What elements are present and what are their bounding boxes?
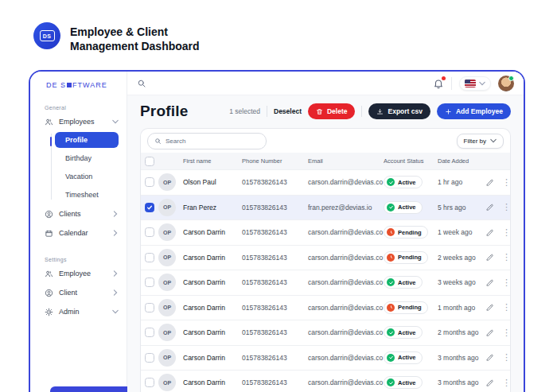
row-checkbox[interactable] [145, 278, 154, 287]
search-icon [154, 138, 162, 145]
more-actions-button[interactable]: ⋮ [503, 227, 510, 238]
delete-button[interactable]: Delete [308, 103, 356, 119]
language-selector[interactable] [459, 76, 491, 91]
status-label: Active [398, 279, 416, 286]
row-checkbox[interactable] [145, 177, 154, 187]
row-date-added: 2 months ago [438, 328, 485, 336]
app-title: Employee & Client Management Dashboard [70, 25, 200, 53]
sidebar-item-calendar[interactable]: Calendar [30, 225, 127, 241]
row-date-added: 2 weeks ago [438, 254, 485, 262]
table-search[interactable] [147, 133, 267, 149]
chevron-down-icon [112, 118, 119, 125]
chevron-right-icon [112, 211, 119, 217]
export-csv-button[interactable]: Export csv [368, 103, 430, 119]
sidebar-item-timesheet[interactable]: Timesheet [55, 187, 119, 203]
table-row[interactable]: OP Fran Perez 015783826143 fran.perez@de… [141, 195, 510, 220]
sidebar-item-employees[interactable]: Employees [30, 114, 127, 130]
content: Profile 1 selected Deselect Delete Expor… [127, 95, 524, 392]
row-checkbox[interactable] [145, 328, 154, 337]
table-row[interactable]: OP Carson Darrin 015783826143 carson.dar… [141, 270, 510, 295]
row-email: carson.darrin@devias.co [308, 254, 384, 262]
table-row[interactable]: OP Olson Paul 015783826143 carson.darrin… [141, 169, 510, 195]
more-actions-button[interactable]: ⋮ [503, 352, 510, 363]
row-phone: 015783826143 [242, 354, 308, 362]
edit-button[interactable] [485, 253, 503, 262]
more-actions-button[interactable]: ⋮ [503, 378, 510, 388]
edit-button[interactable] [485, 328, 503, 337]
edit-button[interactable] [485, 228, 503, 237]
check-icon [388, 280, 394, 285]
status-badge: Active [384, 376, 423, 389]
chevron-down-icon [112, 309, 119, 315]
status-icon [387, 304, 395, 312]
brand-square-icon [67, 83, 72, 87]
select-all-checkbox[interactable] [145, 157, 154, 166]
row-checkbox[interactable] [145, 353, 154, 363]
table-row[interactable]: OP Carson Darrin 015783826143 carson.dar… [141, 219, 510, 245]
main-area: Profile 1 selected Deselect Delete Expor… [127, 72, 524, 392]
search-input[interactable] [166, 138, 259, 145]
sidebar-item-vacation[interactable]: Vacation [55, 169, 119, 184]
row-checkbox[interactable] [145, 253, 154, 262]
pencil-icon [485, 328, 494, 337]
title-row: Profile 1 selected Deselect Delete Expor… [140, 103, 511, 120]
row-first-name: Fran Perez [183, 204, 242, 212]
dashboard-frame: DE SFTWARE General Employees Profile Bir… [29, 70, 525, 392]
table-row[interactable]: OP Carson Darrin 015783826143 carson.dar… [141, 370, 510, 392]
row-email: carson.darrin@devias.co [308, 354, 384, 362]
edit-button[interactable] [485, 178, 503, 187]
row-checkbox[interactable] [145, 203, 154, 212]
more-actions-button[interactable]: ⋮ [503, 278, 510, 288]
add-employee-button[interactable]: Add Employee [437, 103, 511, 119]
status-icon [387, 228, 395, 236]
user-avatar[interactable] [498, 76, 514, 91]
sidebar-item-clients[interactable]: Clients [30, 206, 127, 222]
row-email: carson.darrin@devias.co [308, 228, 384, 236]
more-actions-button[interactable]: ⋮ [503, 328, 510, 338]
more-actions-button[interactable]: ⋮ [503, 302, 510, 312]
page-title: Profile [140, 103, 189, 120]
sidebar-brand: DE SFTWARE [30, 72, 127, 89]
edit-button[interactable] [485, 353, 503, 362]
table-row[interactable]: OP Carson Darrin 015783826143 carson.dar… [141, 295, 510, 320]
chevron-down-icon [479, 80, 485, 87]
divider [451, 77, 452, 90]
sidebar-item-profile[interactable]: Profile [55, 132, 119, 148]
more-actions-button[interactable]: ⋮ [503, 177, 510, 188]
table-row[interactable]: OP Carson Darrin 015783826143 carson.dar… [141, 245, 510, 270]
sidebar: DE SFTWARE General Employees Profile Bir… [30, 72, 127, 392]
row-checkbox[interactable] [145, 227, 154, 237]
table-row[interactable]: OP Carson Darrin 015783826143 carson.dar… [141, 320, 510, 345]
row-avatar: OP [158, 324, 176, 341]
more-actions-button[interactable]: ⋮ [503, 202, 510, 212]
users-icon [45, 270, 53, 278]
status-label: Active [398, 204, 416, 211]
check-icon [388, 180, 394, 185]
row-checkbox[interactable] [145, 378, 154, 387]
row-first-name: Olson Paul [183, 178, 242, 186]
row-first-name: Carson Darrin [183, 378, 242, 386]
status-badge: Pending [384, 251, 428, 264]
row-checkbox[interactable] [145, 303, 154, 312]
sidebar-item-client-settings[interactable]: Client [30, 285, 127, 301]
sidebar-item-admin[interactable]: Admin [30, 304, 127, 320]
sidebar-item-employee-settings[interactable]: Employee [30, 266, 127, 281]
row-date-added: 1 week ago [438, 228, 485, 236]
edit-button[interactable] [485, 378, 503, 387]
deselect-button[interactable]: Deselect [274, 107, 302, 115]
more-actions-button[interactable]: ⋮ [503, 252, 510, 262]
status-badge: Active [384, 326, 423, 339]
edit-button[interactable] [485, 278, 503, 287]
column-status: Account Status [384, 157, 438, 165]
table-row[interactable]: OP Carson Darrin 015783826143 carson.dar… [141, 345, 510, 371]
search-icon[interactable] [137, 79, 146, 88]
edit-button[interactable] [485, 303, 503, 312]
notifications-bell-icon[interactable] [433, 78, 444, 89]
row-first-name: Carson Darrin [183, 354, 242, 362]
row-phone: 015783826143 [242, 304, 308, 312]
row-avatar: OP [158, 173, 176, 191]
edit-button[interactable] [485, 203, 503, 212]
sidebar-item-birthday[interactable]: Birthday [55, 150, 119, 166]
filter-by-button[interactable]: Filter by [457, 134, 504, 149]
row-phone: 015783826143 [242, 378, 308, 386]
